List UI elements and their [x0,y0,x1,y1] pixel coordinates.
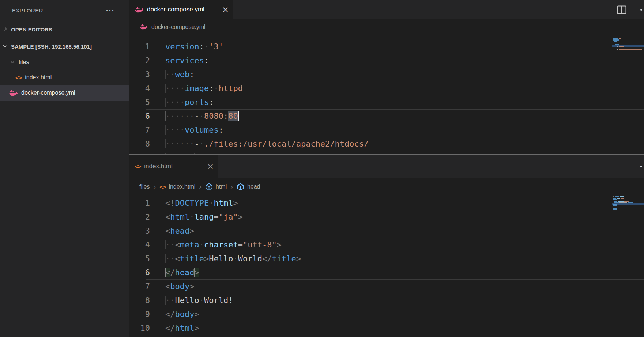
code-line-7[interactable]: 7<body> [129,280,644,294]
minimap-line [613,49,644,50]
tab-label: index.html [144,163,203,170]
tab-docker-compose[interactable]: docker-compose.yml × [129,0,233,19]
minimap-token [615,43,620,44]
breadcrumbs-bottom: files›<>index.html›html›head [129,178,644,196]
minimap-token [618,201,624,202]
line-content: ······-·./files:/usr/local/apache2/htdoc… [165,137,369,151]
line-content: </html> [165,321,199,335]
minimap-token [613,196,614,197]
code-line-4[interactable]: 4····image:·httpd [129,82,644,95]
open-editors-section[interactable]: OPEN EDITORS [0,20,129,38]
vscode-window: EXPLORER ··· OPEN EDITORS SAMPLE [SSH: 1… [0,0,644,337]
line-content: services: [165,54,209,68]
breadcrumb-label: files [139,183,150,190]
code-editor-index-html[interactable]: 1<!DOCTYPE·html>2<html·lang="ja">3<head>… [129,196,644,337]
code-line-7[interactable]: 7····volumes: [129,123,644,137]
minimap-token [615,44,619,45]
close-tab-icon[interactable]: × [222,5,229,14]
code-line-3[interactable]: 3··web: [129,68,644,82]
minimap-line [613,46,644,47]
minimap-token [619,38,621,39]
file-tree: files<>index.htmldocker-compose.yml [0,54,129,101]
symbol-cube-icon [237,183,244,191]
code-line-1[interactable]: 1<!DOCTYPE·html> [129,196,644,210]
line-number: 6 [129,109,150,123]
explorer-sidebar: EXPLORER ··· OPEN EDITORS SAMPLE [SSH: 1… [0,0,129,337]
tab-bar-top: docker-compose.yml × [129,0,644,19]
editor-group-bottom: <> index.html × files›<>index.html›html›… [129,155,644,337]
chevron-down-icon [2,43,8,49]
minimap-token [614,201,617,202]
minimap-line [613,43,644,44]
code-editor-docker-compose[interactable]: 1version:·'3'2services:3··web:4····image… [129,35,644,154]
tree-item-index.html[interactable]: <>index.html [0,70,129,85]
breadcrumb-item-docker-compose.yml[interactable]: docker-compose.yml [139,23,206,30]
split-editor-icon[interactable] [617,5,626,14]
tree-item-docker-compose.yml[interactable]: docker-compose.yml [0,85,129,101]
code-line-1[interactable]: 1version:·'3' [129,40,644,54]
close-tab-icon[interactable]: × [207,162,214,171]
editor-actions-bottom [640,155,644,178]
more-editor-actions-icon[interactable] [640,166,642,167]
code-line-10[interactable]: 10</html> [129,321,644,335]
docker-file-icon [135,6,144,13]
minimap-token [613,38,618,39]
code-line-8[interactable]: 8··Hello·World! [129,294,644,307]
minimap-line [613,199,644,200]
line-number: 6 [129,266,150,280]
docker-file-icon [140,24,148,30]
workspace-section[interactable]: SAMPLE [SSH: 192.168.56.101] [0,38,129,54]
minimap-token [617,198,620,199]
line-number: 2 [129,210,150,224]
minimap-line [613,41,644,42]
code-line-9[interactable]: 9</body> [129,307,644,321]
line-number: 9 [129,151,150,154]
minimap-top[interactable] [613,38,644,50]
breadcrumb-label: html [216,183,227,190]
breadcrumb-separator-icon: › [153,183,156,190]
symbol-cube-icon [205,183,213,191]
minimap-token [613,199,617,200]
more-actions-icon[interactable]: ··· [106,7,115,14]
minimap-token [613,205,617,206]
minimap-token [615,48,621,49]
minimap-line [613,38,644,39]
editor-group-top: docker-compose.yml × docker-compose.yml … [129,0,644,154]
breadcrumb-item-index.html[interactable]: <>index.html [159,183,195,190]
code-line-5[interactable]: 5····ports: [129,95,644,109]
more-editor-actions-icon[interactable] [640,9,642,11]
minimap-token [613,209,617,211]
minimap-token [619,202,627,203]
html-file-icon: <> [135,163,141,170]
breadcrumb-item-head[interactable]: head [237,183,260,191]
line-content: version:·'3' [165,40,223,54]
minimap-token [619,49,642,50]
line-content: ····volumes: [165,123,223,137]
code-line-8[interactable]: 8······-·./files:/usr/local/apache2/htdo… [129,137,644,151]
minimap-token [613,204,617,205]
code-line-6[interactable]: 6······-·8080:80 [129,109,644,123]
breadcrumb-separator-icon: › [230,183,233,190]
tab-index-html[interactable]: <> index.html × [129,155,218,178]
tree-item-label: files [19,59,29,65]
minimap-token [613,208,617,209]
breadcrumb-label: head [247,183,260,190]
code-line-3[interactable]: 3<head> [129,224,644,238]
minimap-line [613,48,644,49]
minimap-line [613,196,644,197]
line-number: 7 [129,280,150,294]
code-line-6[interactable]: 6</head> [129,266,644,280]
chevron-down-icon [10,59,15,65]
code-line-9[interactable]: 9········ [129,151,644,154]
breadcrumb-item-files[interactable]: files [139,183,150,190]
code-line-5[interactable]: 5··<title>Hello·World</title> [129,252,644,266]
code-line-2[interactable]: 2<html·lang="ja"> [129,210,644,224]
minimap-bottom[interactable] [613,196,644,211]
minimap-token [613,198,616,199]
line-number: 3 [129,224,150,238]
tree-item-files[interactable]: files [0,54,129,70]
breadcrumb-item-html[interactable]: html [205,183,227,191]
code-line-4[interactable]: 4··<meta·charset="utf-8"> [129,238,644,252]
code-line-2[interactable]: 2services: [129,54,644,68]
breadcrumbs-top: docker-compose.yml [129,19,644,35]
